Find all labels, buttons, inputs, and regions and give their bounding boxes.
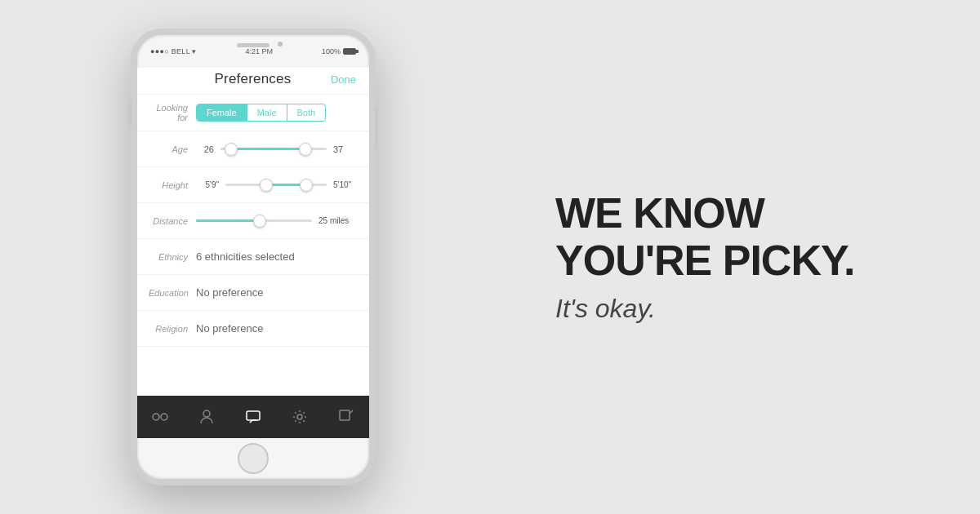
education-value: No preference (196, 286, 358, 299)
looking-for-row: Looking for Female Male Both (137, 95, 369, 131)
distance-slider[interactable]: 25 miles (196, 216, 358, 225)
nav-profile[interactable] (192, 402, 221, 432)
distance-max: 25 miles (318, 216, 358, 225)
nav-compose[interactable] (332, 402, 361, 432)
phone-screen: Preferences Done Looking for Female Male… (137, 68, 369, 438)
svg-point-1 (161, 414, 167, 420)
height-row: Height 5'9" 5'10" (137, 167, 369, 203)
looking-for-label: Looking for (149, 103, 196, 122)
distance-track (196, 219, 312, 222)
ethnicity-row[interactable]: Ethnicy 6 ethnicities selected (137, 239, 369, 275)
religion-text: No preference (196, 322, 263, 335)
phone-camera (278, 42, 283, 47)
tagline-line1: WE KNOW YOU'RE PICKY. (555, 190, 980, 283)
nav-discover[interactable] (145, 402, 175, 432)
battery-status: 100% (322, 47, 356, 55)
height-max: 5'10" (333, 180, 358, 189)
screen-title: Preferences (175, 71, 331, 87)
distance-label: Distance (149, 216, 196, 226)
age-min: 26 (196, 144, 214, 154)
phone-speaker (237, 43, 270, 47)
svg-point-2 (203, 410, 210, 417)
time-status: 4:21 PM (246, 47, 274, 55)
height-track (225, 184, 327, 186)
both-option[interactable]: Both (287, 104, 326, 121)
bottom-nav (137, 396, 369, 438)
distance-fill (196, 219, 260, 222)
tagline-sub: It's okay. (555, 294, 980, 324)
height-value[interactable]: 5'9" 5'10" (196, 180, 358, 189)
ethnicity-text: 6 ethnicities selected (196, 250, 295, 263)
looking-for-value[interactable]: Female Male Both (196, 104, 358, 122)
height-slider[interactable]: 5'9" 5'10" (196, 180, 358, 189)
age-value[interactable]: 26 37 (196, 144, 358, 154)
age-row: Age 26 37 (137, 131, 369, 167)
education-label: Education (149, 288, 196, 298)
education-text: No preference (196, 286, 263, 299)
age-slider[interactable]: 26 37 (196, 144, 358, 154)
nav-messages[interactable] (238, 402, 268, 432)
phone-mockup: ●●●○ BELL ▾ 4:21 PM 100% Preferences Don… (131, 29, 376, 485)
battery-icon (343, 48, 356, 55)
male-option[interactable]: Male (247, 104, 287, 121)
screen-header: Preferences Done (137, 68, 369, 95)
nav-settings[interactable] (285, 402, 314, 432)
svg-rect-3 (247, 411, 260, 420)
religion-value: No preference (196, 322, 358, 335)
ethnicity-label: Ethnicy (149, 252, 196, 262)
svg-point-4 (297, 414, 302, 419)
religion-label: Religion (149, 324, 196, 334)
home-button-area (137, 438, 369, 479)
distance-row: Distance 25 miles (137, 203, 369, 239)
height-thumb-right[interactable] (300, 179, 313, 192)
age-thumb-right[interactable] (299, 143, 312, 156)
carrier-status: ●●●○ BELL ▾ (150, 47, 197, 55)
svg-rect-5 (340, 410, 350, 420)
distance-thumb[interactable] (253, 215, 266, 228)
tagline-container: WE KNOW YOU'RE PICKY. It's okay. (555, 190, 980, 323)
age-thumb-left[interactable] (225, 143, 238, 156)
home-button[interactable] (238, 443, 269, 474)
height-thumb-left[interactable] (260, 179, 273, 192)
age-label: Age (149, 144, 196, 154)
education-row[interactable]: Education No preference (137, 275, 369, 311)
distance-value[interactable]: 25 miles (196, 216, 358, 225)
svg-point-0 (153, 414, 159, 420)
gender-segmented-control[interactable]: Female Male Both (196, 104, 326, 122)
age-max: 37 (333, 144, 358, 154)
height-label: Height (149, 180, 196, 190)
done-button[interactable]: Done (331, 73, 356, 86)
preferences-list: Looking for Female Male Both Age 2 (137, 95, 369, 396)
age-track (220, 148, 327, 150)
age-fill (231, 148, 305, 150)
height-min: 5'9" (196, 180, 219, 189)
phone-section: ●●●○ BELL ▾ 4:21 PM 100% Preferences Don… (0, 0, 506, 514)
religion-row[interactable]: Religion No preference (137, 311, 369, 347)
tagline-section: WE KNOW YOU'RE PICKY. It's okay. (506, 0, 980, 514)
ethnicity-value: 6 ethnicities selected (196, 250, 358, 263)
female-option[interactable]: Female (197, 104, 247, 121)
status-bar: ●●●○ BELL ▾ 4:21 PM 100% (137, 35, 369, 68)
